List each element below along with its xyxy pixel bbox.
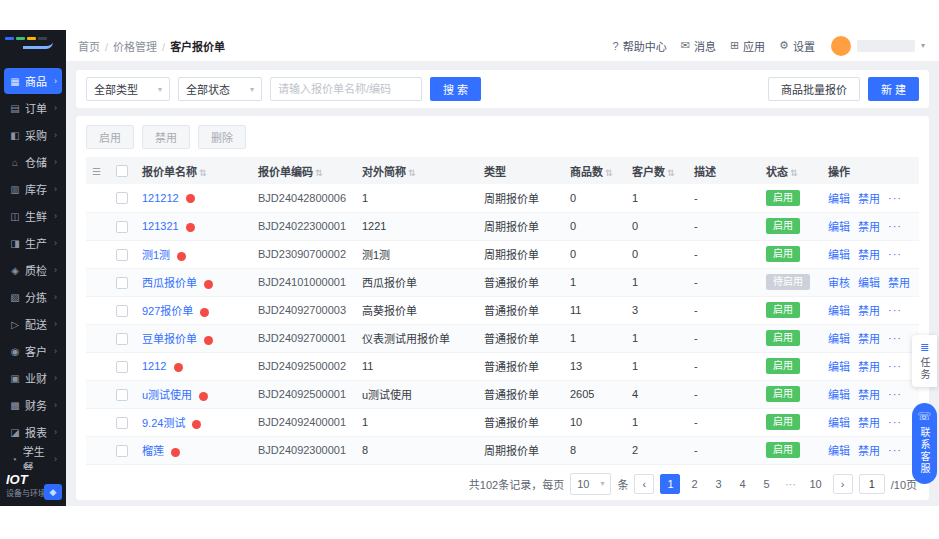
next-page-button[interactable]: › xyxy=(833,474,853,494)
more-actions-button[interactable]: ··· xyxy=(888,248,902,260)
op-disable-link[interactable]: 禁用 xyxy=(858,358,880,374)
column-header[interactable]: 报价单名称⇅ xyxy=(136,157,252,184)
op-disable-link[interactable]: 禁用 xyxy=(888,274,910,290)
sidebar-item-student-meal[interactable]: ◔ 学生餐 › xyxy=(4,446,62,470)
iot-footer[interactable]: IOT 设备与环境 ◆ xyxy=(0,470,66,506)
quotation-name-link[interactable]: 西瓜报价单 xyxy=(142,277,197,289)
quotation-name-link[interactable]: 测1测 xyxy=(142,249,170,261)
op-disable-link[interactable]: 禁用 xyxy=(858,302,880,318)
tasks-widget[interactable]: ≣ 任务 xyxy=(912,335,937,387)
sort-icon[interactable]: ⇅ xyxy=(199,168,207,178)
sidebar-item-production[interactable]: ◨ 生产 › xyxy=(4,230,62,256)
more-actions-button[interactable]: ··· xyxy=(888,416,902,428)
sidebar-item-inventory[interactable]: ▥ 库存 › xyxy=(4,176,62,202)
op-disable-link[interactable]: 禁用 xyxy=(858,190,880,206)
search-input[interactable] xyxy=(270,77,422,101)
more-actions-button[interactable]: ··· xyxy=(888,444,902,456)
column-header[interactable]: 对外简称⇅ xyxy=(356,157,478,184)
page-size-select[interactable]: 10 ▾ xyxy=(570,473,611,495)
row-checkbox[interactable] xyxy=(116,277,128,289)
op-edit-link[interactable]: 编辑 xyxy=(828,302,850,318)
bulk-quote-button[interactable]: 商品批量报价 xyxy=(768,77,860,101)
row-checkbox[interactable] xyxy=(116,192,128,204)
op-audit-link[interactable]: 审核 xyxy=(828,274,850,290)
op-edit-link[interactable]: 编辑 xyxy=(858,274,880,290)
sort-icon[interactable]: ⇅ xyxy=(315,168,323,178)
op-edit-link[interactable]: 编辑 xyxy=(828,190,850,206)
sort-icon[interactable]: ⇅ xyxy=(790,168,798,178)
select-all-checkbox[interactable] xyxy=(116,165,128,177)
op-disable-link[interactable]: 禁用 xyxy=(858,330,880,346)
prev-page-button[interactable]: ‹ xyxy=(634,474,654,494)
breadcrumb-item[interactable]: 首页 xyxy=(78,41,100,53)
page-button-4[interactable]: 4 xyxy=(732,474,752,494)
column-settings-icon[interactable]: ☰ xyxy=(92,166,101,177)
column-header[interactable]: 状态⇅ xyxy=(760,157,822,184)
sidebar-item-biz-finance[interactable]: ▣ 业财 › xyxy=(4,365,62,391)
column-header[interactable]: 商品数⇅ xyxy=(564,157,626,184)
op-disable-link[interactable]: 禁用 xyxy=(858,386,880,402)
apps-button[interactable]: ⊞应用 xyxy=(730,38,765,54)
row-checkbox[interactable] xyxy=(116,305,128,317)
column-header[interactable]: 报价单编码⇅ xyxy=(252,157,356,184)
status-filter-select[interactable]: 全部状态 ▾ xyxy=(178,77,262,101)
quotation-name-link[interactable]: 1212 xyxy=(142,360,166,372)
op-edit-link[interactable]: 编辑 xyxy=(828,246,850,262)
bulk-action-disable[interactable]: 禁用 xyxy=(142,125,190,149)
op-edit-link[interactable]: 编辑 xyxy=(828,218,850,234)
quotation-name-link[interactable]: u测试使用 xyxy=(142,389,192,401)
sidebar-item-warehouse[interactable]: ⌂ 仓储 › xyxy=(4,149,62,175)
row-checkbox[interactable] xyxy=(116,249,128,261)
op-edit-link[interactable]: 编辑 xyxy=(828,414,850,430)
sidebar-item-reports[interactable]: ◪ 报表 › xyxy=(4,419,62,445)
more-actions-button[interactable]: ··· xyxy=(888,332,902,344)
sidebar-item-finance[interactable]: ▩ 财务 › xyxy=(4,392,62,418)
sidebar-item-fresh[interactable]: ◫ 生鲜 › xyxy=(4,203,62,229)
help-center-button[interactable]: ?帮助中心 xyxy=(613,38,667,54)
sidebar-item-purchase[interactable]: ◧ 采购 › xyxy=(4,122,62,148)
op-edit-link[interactable]: 编辑 xyxy=(828,358,850,374)
page-button-5[interactable]: 5 xyxy=(756,474,776,494)
op-disable-link[interactable]: 禁用 xyxy=(858,414,880,430)
op-edit-link[interactable]: 编辑 xyxy=(828,330,850,346)
avatar[interactable] xyxy=(831,36,851,56)
quotation-name-link[interactable]: 121321 xyxy=(142,220,179,232)
sidebar-item-customers[interactable]: ◉ 客户 › xyxy=(4,338,62,364)
op-disable-link[interactable]: 禁用 xyxy=(858,246,880,262)
more-actions-button[interactable]: ··· xyxy=(888,220,902,232)
quotation-name-link[interactable]: 豆单报价单 xyxy=(142,333,197,345)
row-checkbox[interactable] xyxy=(116,417,128,429)
op-edit-link[interactable]: 编辑 xyxy=(828,442,850,458)
more-actions-button[interactable]: ··· xyxy=(888,304,902,316)
more-actions-button[interactable]: ··· xyxy=(918,276,919,288)
row-checkbox[interactable] xyxy=(116,361,128,373)
bulk-action-delete[interactable]: 删除 xyxy=(198,125,246,149)
page-button-10[interactable]: 10 xyxy=(804,474,826,494)
support-widget[interactable]: ☏ 联系客服 xyxy=(912,403,937,484)
op-disable-link[interactable]: 禁用 xyxy=(858,218,880,234)
sidebar-item-delivery[interactable]: ▷ 配送 › xyxy=(4,311,62,337)
sidebar-item-sorting[interactable]: ▧ 分拣 › xyxy=(4,284,62,310)
page-button-3[interactable]: 3 xyxy=(708,474,728,494)
sidebar-item-orders[interactable]: ▤ 订单 › xyxy=(4,95,62,121)
search-button[interactable]: 搜 索 xyxy=(430,77,481,101)
more-actions-button[interactable]: ··· xyxy=(888,360,902,372)
type-filter-select[interactable]: 全部类型 ▾ xyxy=(86,77,170,101)
bulk-action-enable[interactable]: 启用 xyxy=(86,125,134,149)
sidebar-item-quality[interactable]: ◈ 质检 › xyxy=(4,257,62,283)
quotation-name-link[interactable]: 9.24测试 xyxy=(142,417,185,429)
breadcrumb-item[interactable]: 价格管理 xyxy=(113,41,157,53)
row-checkbox[interactable] xyxy=(116,445,128,457)
page-button-2[interactable]: 2 xyxy=(684,474,704,494)
quotation-name-link[interactable]: 榴莲 xyxy=(142,445,164,457)
sort-icon[interactable]: ⇅ xyxy=(408,168,416,178)
more-actions-button[interactable]: ··· xyxy=(888,192,902,204)
column-header[interactable]: 客户数⇅ xyxy=(626,157,688,184)
op-edit-link[interactable]: 编辑 xyxy=(828,386,850,402)
row-checkbox[interactable] xyxy=(116,333,128,345)
sort-icon[interactable]: ⇅ xyxy=(667,168,675,178)
op-disable-link[interactable]: 禁用 xyxy=(858,442,880,458)
user-menu[interactable]: ▾ xyxy=(831,36,925,56)
more-actions-button[interactable]: ··· xyxy=(888,388,902,400)
quotation-name-link[interactable]: 927报价单 xyxy=(142,305,193,317)
